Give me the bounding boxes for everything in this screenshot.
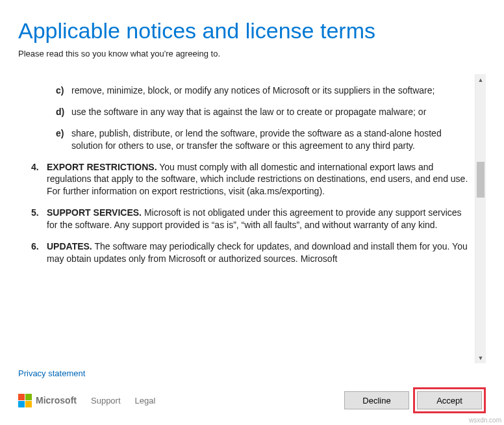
list-item: 4. EXPORT RESTRICTIONS. You must comply … (31, 161, 470, 198)
terms-scroll-area: c) remove, minimize, block, or modify an… (18, 74, 486, 363)
footer: Microsoft Support Legal Decline Accept (18, 383, 486, 425)
accept-button[interactable]: Accept (417, 391, 482, 409)
scroll-up-arrow-icon[interactable]: ▲ (475, 74, 486, 85)
list-marker: 4. (31, 161, 47, 198)
list-marker: 5. (31, 207, 47, 231)
list-item: d) use the software in any way that is a… (56, 106, 470, 118)
list-text: UPDATES. The software may periodically c… (47, 240, 470, 265)
list-text: remove, minimize, block, or modify any n… (71, 84, 470, 97)
list-item: c) remove, minimize, block, or modify an… (56, 84, 470, 97)
list-item: 5. SUPPORT SERVICES. Microsoft is not ob… (31, 207, 470, 231)
list-text: SUPPORT SERVICES. Microsoft is not oblig… (47, 207, 470, 231)
microsoft-logo[interactable]: Microsoft (18, 394, 77, 407)
support-link[interactable]: Support (91, 396, 121, 406)
decline-button-wrap: Decline (340, 387, 413, 413)
list-text: share, publish, distribute, or lend the … (71, 127, 470, 152)
microsoft-logo-icon (18, 394, 32, 407)
legal-link[interactable]: Legal (135, 396, 156, 406)
privacy-statement-link[interactable]: Privacy statement (18, 368, 486, 378)
list-marker: 6. (31, 240, 47, 265)
microsoft-logo-text: Microsoft (36, 395, 77, 406)
list-item: e) share, publish, distribute, or lend t… (56, 127, 470, 152)
list-item: 6. UPDATES. The software may periodicall… (31, 240, 470, 265)
section-body: The software may periodically check for … (47, 241, 468, 264)
watermark: wsxdn.com (469, 417, 501, 424)
section-heading: EXPORT RESTRICTIONS. (47, 162, 157, 172)
terms-content[interactable]: c) remove, minimize, block, or modify an… (18, 74, 475, 363)
scroll-thumb[interactable] (477, 162, 485, 198)
page-subtitle: Please read this so you know what you're… (18, 49, 486, 58)
scrollbar[interactable]: ▲ ▼ (475, 74, 486, 363)
page-title: Applicable notices and license terms (18, 18, 486, 44)
license-dialog: Applicable notices and license terms Ple… (0, 0, 504, 425)
list-text: EXPORT RESTRICTIONS. You must comply wit… (47, 161, 470, 198)
decline-button[interactable]: Decline (344, 391, 409, 409)
section-heading: SUPPORT SERVICES. (47, 207, 142, 218)
scroll-down-arrow-icon[interactable]: ▼ (475, 352, 486, 363)
list-text: use the software in any way that is agai… (71, 106, 470, 118)
accept-button-highlight: Accept (413, 387, 486, 413)
section-heading: UPDATES. (47, 241, 92, 251)
list-marker: e) (56, 127, 71, 152)
list-marker: c) (56, 84, 71, 97)
list-marker: d) (56, 106, 71, 118)
